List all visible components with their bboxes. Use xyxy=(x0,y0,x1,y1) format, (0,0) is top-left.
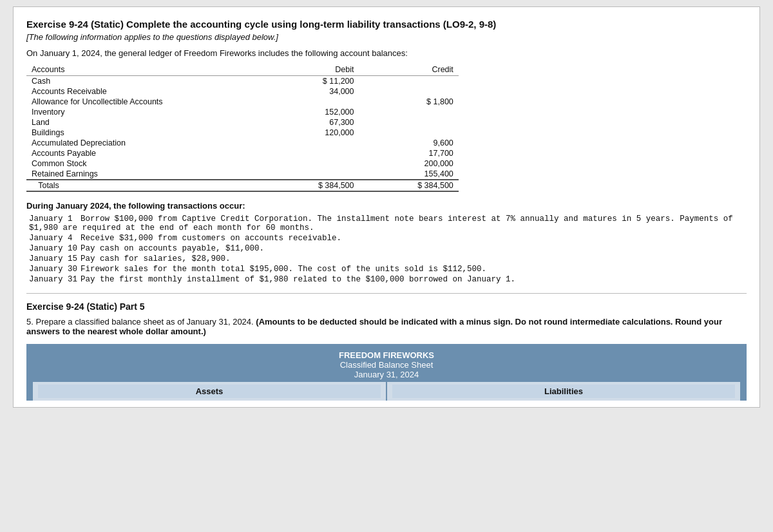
debit-value xyxy=(264,148,359,158)
account-name: Allowance for Uncollectible Accounts xyxy=(26,97,264,107)
transaction-item: January 30Firework sales for the month t… xyxy=(26,265,747,274)
table-row: Retained Earnings155,400 xyxy=(26,169,459,180)
transactions-header: During January 2024, the following trans… xyxy=(26,201,747,211)
credit-value: 9,600 xyxy=(359,138,459,148)
transaction-date: January 30 xyxy=(29,265,81,274)
totals-credit: $ 384,500 xyxy=(359,180,459,191)
liabilities-header: Liabilities xyxy=(392,385,735,398)
transaction-text: Borrow $100,000 from Captive Credit Corp… xyxy=(29,214,733,233)
account-name: Accumulated Depreciation xyxy=(26,138,264,148)
account-name: Common Stock xyxy=(26,158,264,169)
totals-label: Totals xyxy=(26,180,264,191)
part5-section: Exercise 9-24 (Static) Part 5 5. Prepare… xyxy=(26,301,747,401)
credit-value: 200,000 xyxy=(359,158,459,169)
table-row: Allowance for Uncollectible Accounts$ 1,… xyxy=(26,97,459,107)
col-header-credit: Credit xyxy=(359,64,459,76)
exercise-intro: On January 1, 2024, the general ledger o… xyxy=(26,48,747,58)
instruction-number: 5. xyxy=(26,317,33,327)
main-page: Exercise 9-24 (Static) Complete the acco… xyxy=(13,6,760,408)
debit-value: 120,000 xyxy=(264,128,359,138)
col-header-accounts: Accounts xyxy=(26,64,264,76)
credit-value: 17,700 xyxy=(359,148,459,158)
credit-value xyxy=(359,117,459,128)
transaction-text: Pay cash for salaries, $28,900. xyxy=(81,254,231,263)
debit-value xyxy=(264,169,359,180)
transaction-text: Pay the first monthly installment of $1,… xyxy=(81,275,515,284)
exercise-subtitle: [The following information applies to th… xyxy=(26,32,747,42)
debit-value: 152,000 xyxy=(264,107,359,117)
balance-sheet-container: FREEDOM FIREWORKS Classified Balance She… xyxy=(26,344,747,401)
table-row: Cash$ 11,200 xyxy=(26,76,459,87)
table-row: Accounts Receivable34,000 xyxy=(26,86,459,97)
col-header-debit: Debit xyxy=(264,64,359,76)
credit-value: 155,400 xyxy=(359,169,459,180)
account-name: Buildings xyxy=(26,128,264,138)
debit-value xyxy=(264,97,359,107)
balance-sheet-title: Classified Balance Sheet xyxy=(33,360,740,370)
account-name: Accounts Payable xyxy=(26,148,264,158)
assets-column: Assets xyxy=(33,382,386,401)
debit-value: 34,000 xyxy=(264,86,359,97)
transaction-date: January 1 xyxy=(29,214,81,223)
credit-value xyxy=(359,86,459,97)
debit-value xyxy=(264,138,359,148)
transaction-item: January 31Pay the first monthly installm… xyxy=(26,275,747,284)
transaction-item: January 4Receive $31,000 from customers … xyxy=(26,234,747,243)
transaction-date: January 10 xyxy=(29,244,81,253)
instruction-text: Prepare a classified balance sheet as of… xyxy=(35,317,253,327)
debit-value: $ 11,200 xyxy=(264,76,359,87)
assets-header: Assets xyxy=(38,385,381,398)
transactions-section: During January 2024, the following trans… xyxy=(26,201,747,284)
table-row: Accumulated Depreciation9,600 xyxy=(26,138,459,148)
section-divider xyxy=(26,293,747,294)
account-name: Inventory xyxy=(26,107,264,117)
balance-sheet-date: January 31, 2024 xyxy=(33,370,740,379)
balance-sheet-company: FREEDOM FIREWORKS xyxy=(33,350,740,360)
table-row: Common Stock200,000 xyxy=(26,158,459,169)
credit-value xyxy=(359,128,459,138)
transaction-text: Pay cash on accounts payable, $11,000. xyxy=(81,244,264,253)
transactions-list: January 1Borrow $100,000 from Captive Cr… xyxy=(26,214,747,284)
transaction-text: Firework sales for the month total $195,… xyxy=(81,265,486,274)
transaction-item: January 15Pay cash for salaries, $28,900… xyxy=(26,254,747,263)
table-row: Inventory152,000 xyxy=(26,107,459,117)
account-name: Cash xyxy=(26,76,264,87)
totals-debit: $ 384,500 xyxy=(264,180,359,191)
transaction-item: January 1Borrow $100,000 from Captive Cr… xyxy=(26,214,747,233)
balance-sheet-columns: Assets Liabilities xyxy=(33,382,740,401)
part5-header: Exercise 9-24 (Static) Part 5 xyxy=(26,301,747,312)
credit-value: $ 1,800 xyxy=(359,97,459,107)
transaction-date: January 15 xyxy=(29,254,81,263)
account-name: Accounts Receivable xyxy=(26,86,264,97)
account-name: Retained Earnings xyxy=(26,169,264,180)
table-row: Buildings120,000 xyxy=(26,128,459,138)
transaction-item: January 10Pay cash on accounts payable, … xyxy=(26,244,747,253)
part5-instructions: 5. Prepare a classified balance sheet as… xyxy=(26,317,747,336)
exercise-title: Exercise 9-24 (Static) Complete the acco… xyxy=(26,19,747,30)
credit-value xyxy=(359,107,459,117)
balance-sheet-header: FREEDOM FIREWORKS Classified Balance She… xyxy=(33,350,740,382)
table-row: Accounts Payable17,700 xyxy=(26,148,459,158)
debit-value: 67,300 xyxy=(264,117,359,128)
transaction-text: Receive $31,000 from customers on accoun… xyxy=(81,234,341,243)
debit-value xyxy=(264,158,359,169)
credit-value xyxy=(359,76,459,87)
account-name: Land xyxy=(26,117,264,128)
liabilities-column: Liabilities xyxy=(387,382,740,401)
account-balances-table: Accounts Debit Credit Cash$ 11,200Accoun… xyxy=(26,64,459,192)
table-row: Land67,300 xyxy=(26,117,459,128)
transaction-date: January 31 xyxy=(29,275,81,284)
transaction-date: January 4 xyxy=(29,234,81,243)
